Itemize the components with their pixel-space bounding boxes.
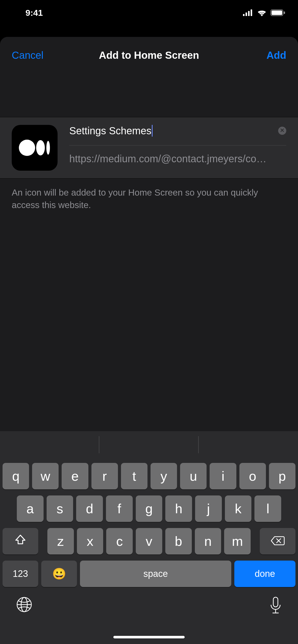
key-f[interactable]: f — [106, 495, 133, 522]
key-q[interactable]: q — [3, 463, 29, 489]
suggestion-slot[interactable] — [0, 431, 99, 458]
key-t[interactable]: t — [121, 463, 147, 489]
key-x[interactable]: x — [77, 528, 103, 554]
suggestion-bar — [0, 431, 298, 458]
status-bar: 9:41 — [0, 0, 298, 25]
suggestion-slot[interactable] — [199, 431, 298, 458]
keyboard: qwertyuiop asdfghjkl zxcvbnm 123 — [0, 431, 298, 644]
text-cursor — [152, 125, 153, 137]
globe-key[interactable] — [15, 596, 33, 614]
add-button[interactable]: Add — [266, 50, 286, 61]
bookmark-card: Settings Schemes https://medium.com/@con… — [0, 117, 298, 179]
dictation-key[interactable] — [268, 596, 283, 617]
space-key[interactable]: space — [80, 561, 231, 587]
home-indicator[interactable] — [113, 636, 185, 638]
svg-rect-6 — [284, 11, 285, 14]
key-e[interactable]: e — [62, 463, 88, 489]
key-l[interactable]: l — [254, 495, 281, 522]
key-w[interactable]: w — [32, 463, 59, 489]
key-k[interactable]: k — [225, 495, 252, 522]
key-p[interactable]: p — [269, 463, 295, 489]
svg-rect-5 — [272, 10, 282, 15]
description-text: An icon will be added to your Home Scree… — [0, 179, 298, 219]
page-title: Add to Home Screen — [55, 50, 243, 61]
site-icon — [12, 125, 58, 171]
battery-icon — [270, 9, 285, 16]
emoji-key[interactable]: 😀 — [41, 561, 77, 587]
clear-button[interactable] — [278, 127, 286, 135]
key-v[interactable]: v — [136, 528, 162, 554]
key-n[interactable]: n — [195, 528, 221, 554]
key-j[interactable]: j — [195, 495, 222, 522]
done-key[interactable]: done — [234, 561, 295, 587]
key-g[interactable]: g — [136, 495, 162, 522]
key-o[interactable]: o — [239, 463, 266, 489]
key-i[interactable]: i — [210, 463, 236, 489]
key-d[interactable]: d — [76, 495, 103, 522]
backspace-key[interactable] — [260, 528, 295, 554]
svg-rect-3 — [251, 9, 252, 16]
sheet: Cancel Add to Home Screen Add Settings S… — [0, 37, 298, 644]
key-a[interactable]: a — [17, 495, 44, 522]
key-r[interactable]: r — [91, 463, 118, 489]
title-input-value: Settings Schemes — [69, 125, 151, 137]
key-c[interactable]: c — [106, 528, 133, 554]
key-h[interactable]: h — [165, 495, 192, 522]
svg-rect-1 — [246, 12, 247, 16]
shift-icon — [14, 534, 26, 549]
key-m[interactable]: m — [224, 528, 251, 554]
globe-icon — [15, 596, 33, 613]
key-z[interactable]: z — [47, 528, 74, 554]
close-icon — [280, 128, 284, 133]
svg-point-7 — [19, 140, 35, 156]
url-text: https://medium.com/@contact.jmeyers/co… — [69, 145, 286, 165]
svg-rect-13 — [273, 597, 278, 607]
svg-point-9 — [46, 141, 50, 155]
status-time: 9:41 — [25, 8, 43, 18]
svg-rect-0 — [243, 14, 245, 16]
status-right — [243, 9, 285, 16]
nav-bar: Cancel Add to Home Screen Add — [0, 37, 298, 74]
key-y[interactable]: y — [151, 463, 177, 489]
microphone-icon — [268, 596, 283, 616]
key-b[interactable]: b — [165, 528, 192, 554]
svg-point-8 — [36, 140, 45, 155]
key-s[interactable]: s — [47, 495, 73, 522]
shift-key[interactable] — [3, 528, 38, 554]
backspace-icon — [270, 534, 285, 549]
cancel-button[interactable]: Cancel — [12, 50, 44, 61]
emoji-icon: 😀 — [52, 567, 66, 580]
wifi-icon — [257, 9, 267, 16]
svg-rect-2 — [248, 11, 250, 16]
key-u[interactable]: u — [180, 463, 207, 489]
suggestion-slot[interactable] — [99, 431, 199, 458]
numbers-key[interactable]: 123 — [3, 561, 38, 587]
title-input[interactable]: Settings Schemes — [69, 125, 273, 137]
cellular-icon — [243, 9, 253, 16]
